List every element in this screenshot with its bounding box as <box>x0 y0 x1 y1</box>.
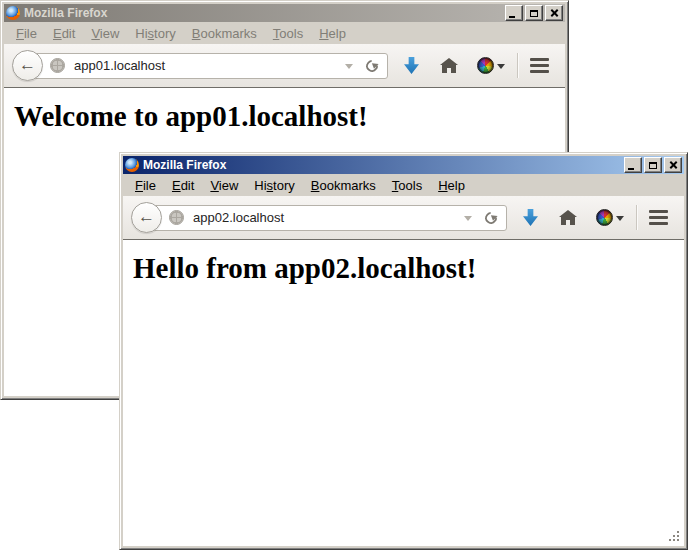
menu-item-file[interactable]: File <box>127 178 164 193</box>
page-heading: Welcome to app01.localhost! <box>14 100 565 133</box>
site-identity-globe-icon[interactable] <box>50 58 65 73</box>
back-icon: ← <box>138 208 155 225</box>
close-icon <box>669 161 678 169</box>
home-icon[interactable] <box>440 58 458 73</box>
label-text: dit <box>181 178 195 193</box>
page-content: Hello from app02.localhost! <box>123 240 684 546</box>
label-text: ile <box>143 178 156 193</box>
label-text: ools <box>279 26 303 41</box>
close-button[interactable] <box>545 5 563 21</box>
label-text: elp <box>448 178 465 193</box>
browser-window-app02: Mozilla Firefox File Edit View History B… <box>119 152 688 550</box>
minimize-button[interactable] <box>505 5 523 21</box>
menu-item-view[interactable]: View <box>83 26 127 41</box>
page-heading: Hello from app02.localhost! <box>133 252 684 285</box>
menu-item-tools[interactable]: Tools <box>265 26 311 41</box>
label-text: iew <box>100 26 120 41</box>
reload-icon[interactable] <box>483 209 500 226</box>
menu-item-help[interactable]: Help <box>430 178 473 193</box>
menu-item-tools[interactable]: Tools <box>384 178 430 193</box>
label-text: dit <box>62 26 76 41</box>
colorwheel-icon <box>477 57 494 74</box>
menu-item-view[interactable]: View <box>202 178 246 193</box>
label-text: H <box>319 26 328 41</box>
label-text: tory <box>273 178 295 193</box>
navigation-toolbar: ← app02.localhost <box>123 196 684 240</box>
maximize-button[interactable] <box>525 5 543 21</box>
close-button[interactable] <box>664 157 682 173</box>
back-icon: ← <box>19 56 36 73</box>
label-text: ookmarks <box>200 26 256 41</box>
minimize-icon <box>628 168 634 170</box>
menu-item-bookmarks[interactable]: Bookmarks <box>303 178 384 193</box>
label-text: E <box>53 26 62 41</box>
urlbar-history-dropdown-icon[interactable] <box>464 216 472 225</box>
back-button[interactable]: ← <box>131 202 162 233</box>
maximize-icon <box>649 162 657 169</box>
window-controls <box>624 157 682 173</box>
reload-icon[interactable] <box>364 57 381 74</box>
minimize-icon <box>509 16 515 18</box>
home-icon[interactable] <box>559 210 577 225</box>
download-icon[interactable] <box>523 209 538 226</box>
menu-item-file[interactable]: File <box>8 26 45 41</box>
label-text: V <box>91 26 99 41</box>
url-text: app02.localhost <box>193 210 284 225</box>
titlebar[interactable]: Mozilla Firefox <box>4 4 565 22</box>
chevron-down-icon <box>616 216 624 225</box>
toolbar-separator <box>517 53 518 78</box>
label-text: ile <box>24 26 37 41</box>
urlbar-controls <box>345 59 378 73</box>
open-menu-button[interactable] <box>530 58 549 73</box>
window-controls <box>505 5 563 21</box>
label-text: Hi <box>254 178 266 193</box>
menu-item-edit[interactable]: Edit <box>164 178 202 193</box>
urlbar-controls <box>464 211 497 225</box>
download-icon[interactable] <box>404 57 419 74</box>
open-menu-button[interactable] <box>649 210 668 225</box>
window-title: Mozilla Firefox <box>143 158 624 172</box>
menu-item-bookmarks[interactable]: Bookmarks <box>184 26 265 41</box>
label-text: tory <box>154 26 176 41</box>
toolbar-separator <box>636 205 637 230</box>
colorwheel-icon <box>596 209 613 226</box>
menu-item-help[interactable]: Help <box>311 26 354 41</box>
back-button[interactable]: ← <box>12 50 43 81</box>
label-text: F <box>16 26 24 41</box>
label-text: iew <box>219 178 239 193</box>
firefox-logo-icon <box>125 158 139 172</box>
url-bar[interactable]: app02.localhost <box>146 205 507 231</box>
addon-colorwheel-button[interactable] <box>477 57 505 74</box>
firefox-logo-icon <box>6 6 20 20</box>
menu-item-edit[interactable]: Edit <box>45 26 83 41</box>
maximize-button[interactable] <box>644 157 662 173</box>
maximize-icon <box>530 10 538 17</box>
site-identity-globe-icon[interactable] <box>169 210 184 225</box>
label-text: ookmarks <box>319 178 375 193</box>
label-text: H <box>438 178 447 193</box>
label-text: Hi <box>135 26 147 41</box>
menu-item-history[interactable]: History <box>246 178 302 193</box>
label-text: elp <box>329 26 346 41</box>
urlbar-history-dropdown-icon[interactable] <box>345 64 353 73</box>
label-text: ools <box>398 178 422 193</box>
label-text: F <box>135 178 143 193</box>
minimize-button[interactable] <box>624 157 642 173</box>
label-text: V <box>210 178 218 193</box>
addon-colorwheel-button[interactable] <box>596 209 624 226</box>
navigation-toolbar: ← app01.localhost <box>4 44 565 88</box>
url-text: app01.localhost <box>74 58 165 73</box>
chevron-down-icon <box>497 64 505 73</box>
window-title: Mozilla Firefox <box>24 6 505 20</box>
menubar: File Edit View History Bookmarks Tools H… <box>123 174 684 196</box>
url-bar[interactable]: app01.localhost <box>27 53 388 79</box>
close-icon <box>550 9 559 17</box>
label-text: E <box>172 178 181 193</box>
menubar: File Edit View History Bookmarks Tools H… <box>4 22 565 44</box>
menu-item-history[interactable]: History <box>127 26 183 41</box>
titlebar[interactable]: Mozilla Firefox <box>123 156 684 174</box>
resize-grip[interactable] <box>668 530 681 543</box>
